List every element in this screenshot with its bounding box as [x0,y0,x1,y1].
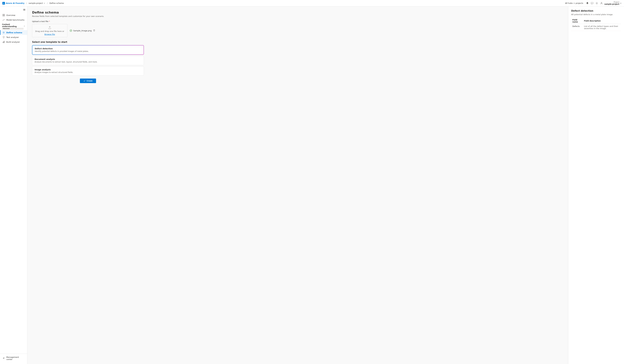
browse-file-link[interactable]: Browse file [44,33,55,35]
chat-button[interactable] [590,1,594,5]
template-desc-0: Identify potential defects in provided i… [35,50,141,52]
svg-rect-10 [3,15,3,16]
management-center-label: Management center [6,356,25,361]
account-button[interactable] [600,1,603,5]
check-circle-icon [70,29,72,32]
template-list-wrap: Defect detection Identify potential defe… [32,45,563,76]
template-card-image-analysis[interactable]: Image analysis Analyze images to extract… [32,66,144,76]
svg-point-12 [3,32,4,33]
sidebar: Overview Model benchmarks Content unders… [0,6,27,364]
chevron-down-icon [620,2,622,4]
svg-rect-13 [3,42,3,43]
svg-point-3 [597,3,597,3]
template-section-title: Select one template to start [32,41,563,43]
panel-table-header-row: Field name Field description [571,18,621,24]
separator-2: / [47,2,48,4]
create-button[interactable]: Create [80,78,96,83]
delete-file-button[interactable] [93,29,96,32]
model-benchmarks-label: Model benchmarks [6,19,25,21]
svg-rect-5 [23,9,25,9]
section-label: Content understanding PREVIEW [2,23,24,29]
template-title-0: Defect detection [35,48,141,50]
page-subtitle: Review fields from selected template and… [32,15,563,17]
panel-table-head: Field name Field description [571,18,621,24]
panel-description: All potential defects in a metal plate i… [571,13,621,16]
svg-point-4 [601,2,602,3]
create-button-row: Create [32,76,144,83]
dropzone-text: Drag and drop one file here or [35,30,64,32]
section-collapse-icon[interactable] [24,26,25,27]
right-panel: Defect detection All potential defects i… [568,6,624,364]
overview-label: Overview [6,14,15,16]
sidebar-toggle-button[interactable] [23,8,26,12]
sidebar-item-model-benchmarks[interactable]: Model benchmarks [0,18,27,22]
template-card-document-analysis[interactable]: Document analysis Analyze documents to e… [32,56,144,65]
uploaded-file: Sample_Image.png [70,29,96,32]
checkmark-icon [83,80,85,82]
sidebar-item-overview[interactable]: Overview [0,13,27,18]
project-menu[interactable]: Project sample-project [604,1,622,5]
upload-dropzone[interactable]: Drag and drop one file here or Browse fi… [32,24,67,37]
svg-rect-7 [23,10,25,10]
all-hubs-link[interactable]: All hubs + projects [565,2,583,4]
sidebar-item-test-analyzer[interactable]: Test analyzer [0,35,27,40]
panel-table-body: DefectsList of all the defect types and … [571,24,621,31]
template-title-1: Document analysis [35,58,141,60]
notifications-button[interactable] [586,1,589,5]
define-schema-label: Define schema [6,31,22,34]
svg-rect-9 [4,14,5,15]
panel-title: Defect detection [571,9,621,12]
management-center-icon [2,357,5,360]
uploaded-file-name: Sample_Image.png [73,29,92,32]
main-content: Define schema Review fields from selecte… [27,6,568,364]
panel-table-row: DefectsList of all the defect types and … [571,24,621,31]
page-title: Define schema [32,11,563,14]
separator-1: / [26,2,27,4]
settings-button[interactable] [595,1,598,5]
sidebar-item-define-schema[interactable]: Define schema [0,30,27,35]
required-marker: * [49,20,50,23]
template-desc-2: Analyze images to extract structured fie… [35,71,141,73]
logo-text: Azure AI Foundry [6,2,25,4]
template-desc-1: Analyze documents to extract text, layou… [35,61,141,63]
svg-point-16 [70,29,72,32]
topbar-right: All hubs + projects Project sample-proje… [565,1,622,5]
overview-icon [2,14,5,16]
content-understanding-section: Content understanding PREVIEW [0,22,27,30]
project-link[interactable]: sample-project [28,2,45,4]
main-layout: Overview Model benchmarks Content unders… [0,6,624,364]
benchmarks-icon [2,19,5,21]
test-analyzer-icon [2,36,5,38]
sidebar-item-build-analyzer[interactable]: Build analyzer [0,40,27,44]
build-analyzer-icon [2,41,5,43]
azure-ai-foundry-logo[interactable]: Azure AI Foundry [2,2,25,4]
svg-point-1 [4,3,4,3]
template-title-2: Image analysis [35,69,141,71]
field-name-0: Defects [571,24,583,31]
topbar-left: Azure AI Foundry / sample-project / Defi… [2,2,64,4]
field-description-0: List of all the defect types and their s… [583,24,621,31]
upload-icon [48,26,52,29]
col-field-name: Field name [571,18,583,24]
current-page-title: Define schema [50,2,64,4]
upload-row: Drag and drop one file here or Browse fi… [32,24,563,37]
svg-rect-2 [591,2,593,4]
sidebar-toggle-area [0,8,27,13]
sidebar-item-management-center[interactable]: Management center [0,355,27,362]
upload-label: Upload a test file * [32,20,563,23]
build-analyzer-label: Build analyzer [6,41,20,43]
template-list: Defect detection Identify potential defe… [32,45,144,76]
svg-rect-11 [4,15,5,16]
panel-table: Field name Field description DefectsList… [571,18,621,31]
svg-rect-8 [3,14,3,15]
project-info: Project sample-project [604,1,619,5]
topbar: Azure AI Foundry / sample-project / Defi… [0,0,624,6]
sidebar-bottom: Management center [0,354,27,363]
svg-rect-15 [4,41,4,43]
define-schema-icon [2,31,5,34]
col-field-description: Field description [583,18,621,24]
test-analyzer-label: Test analyzer [6,36,19,38]
template-card-defect-detection[interactable]: Defect detection Identify potential defe… [32,45,144,55]
svg-rect-6 [23,10,25,10]
trash-icon [93,29,95,31]
